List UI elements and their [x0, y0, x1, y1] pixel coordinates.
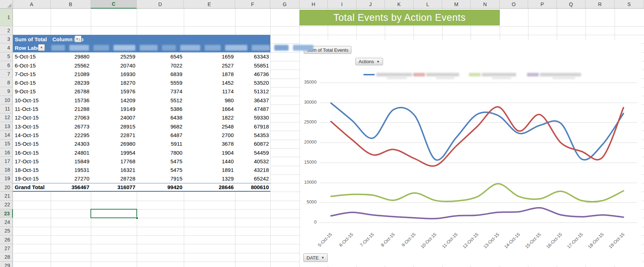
pivot-cell[interactable]: 59330: [235, 113, 270, 122]
column-header-E[interactable]: E: [184, 0, 235, 9]
pivot-cell[interactable]: 6839: [137, 70, 184, 78]
row-header-26[interactable]: 26: [0, 235, 13, 244]
pivot-cell[interactable]: 26980: [91, 140, 137, 148]
row-header-9[interactable]: 9: [0, 87, 13, 96]
column-header-J[interactable]: J: [356, 0, 385, 9]
pivot-cell[interactable]: 18270: [91, 78, 137, 87]
chart-title-banner[interactable]: Total Events by Action Events: [299, 10, 500, 25]
row-header-25[interactable]: 25: [0, 227, 13, 235]
pivot-cell[interactable]: 21288: [51, 104, 91, 113]
row-header-7[interactable]: 7: [0, 70, 13, 78]
pivot-grand-total-cell[interactable]: 316077: [91, 183, 137, 191]
pivot-row-label[interactable]: 18-Oct-15: [13, 165, 51, 174]
pivot-cell[interactable]: 27063: [51, 113, 91, 122]
pivot-cell[interactable]: 29880: [51, 52, 91, 61]
pivot-cell[interactable]: 15976: [91, 87, 137, 96]
column-header-Q[interactable]: Q: [557, 0, 585, 9]
pivot-cell[interactable]: 2527: [184, 61, 235, 70]
column-header-L[interactable]: L: [414, 0, 442, 9]
column-header-A[interactable]: A: [13, 0, 51, 9]
pivot-cell[interactable]: 24801: [51, 148, 91, 157]
pivot-cell[interactable]: 26773: [51, 122, 91, 131]
row-header-11[interactable]: 11: [0, 104, 13, 113]
pivot-cell[interactable]: 5512: [137, 96, 184, 104]
pivot-cell[interactable]: 25259: [91, 52, 137, 61]
pivot-cell[interactable]: 1329: [184, 174, 235, 183]
select-all-corner[interactable]: [0, 0, 13, 9]
pivot-cell[interactable]: 1664: [184, 104, 235, 113]
pivot-cell[interactable]: 67918: [235, 122, 270, 131]
row-header-6[interactable]: 6: [0, 61, 13, 70]
column-header-C[interactable]: C: [91, 0, 137, 9]
pivot-cell[interactable]: 7800: [137, 148, 184, 157]
pivot-cell[interactable]: 60872: [235, 140, 270, 148]
pivot-row-label[interactable]: 19-Oct-15: [13, 174, 51, 183]
pivot-cell[interactable]: 24303: [51, 140, 91, 148]
pivot-cell[interactable]: 5475: [137, 165, 184, 174]
pivot-cell[interactable]: 6438: [137, 113, 184, 122]
pivot-cell[interactable]: 16321: [91, 165, 137, 174]
pivot-cell[interactable]: 7022: [137, 61, 184, 70]
row-header-12[interactable]: 12: [0, 113, 13, 122]
row-header-1[interactable]: 1: [0, 9, 13, 26]
pivot-grand-total-cell[interactable]: 800610: [235, 183, 270, 191]
pivot-cell[interactable]: 6545: [137, 52, 184, 61]
pivot-cell[interactable]: 1891: [184, 165, 235, 174]
column-header-P[interactable]: P: [528, 0, 557, 9]
pivot-cell[interactable]: 21089: [51, 70, 91, 78]
pivot-cell[interactable]: 6487: [137, 131, 184, 139]
pivot-cell[interactable]: 24007: [91, 113, 137, 122]
row-header-29[interactable]: 29: [0, 262, 13, 267]
pivot-row-field-header[interactable]: Row Label: [13, 43, 51, 52]
pivot-cell[interactable]: 15736: [51, 96, 91, 104]
row-header-10[interactable]: 10: [0, 96, 13, 104]
pivot-cell[interactable]: 36437: [235, 96, 270, 104]
pivot-cell[interactable]: 53520: [235, 78, 270, 87]
column-labels-filter-sort-button[interactable]: ▼↓: [75, 36, 81, 42]
pivot-cell[interactable]: 22295: [51, 131, 91, 139]
pivot-cell[interactable]: 2548: [184, 122, 235, 131]
row-header-16[interactable]: 16: [0, 148, 13, 157]
pivot-row-label[interactable]: 17-Oct-15: [13, 157, 51, 165]
pivot-cell[interactable]: 65242: [235, 174, 270, 183]
pivot-row-label[interactable]: 13-Oct-15: [13, 122, 51, 131]
column-header-G[interactable]: G: [270, 0, 299, 9]
pivot-chart[interactable]: Sum of Total Events Actions ▼ 0500010000…: [300, 40, 642, 266]
pivot-cell[interactable]: 25562: [51, 61, 91, 70]
pivot-grand-total-cell[interactable]: 99420: [137, 183, 184, 191]
pivot-cell[interactable]: 5475: [137, 157, 184, 165]
row-header-28[interactable]: 28: [0, 253, 13, 262]
column-header-I[interactable]: I: [328, 0, 356, 9]
pivot-table[interactable]: Sum of TotalColumn Lab▼↓Row Label▼5-Oct-…: [13, 35, 270, 192]
pivot-row-label[interactable]: 14-Oct-15: [13, 131, 51, 139]
column-header-F[interactable]: F: [235, 0, 270, 9]
column-header-K[interactable]: K: [385, 0, 414, 9]
pivot-row-label[interactable]: 5-Oct-15: [13, 52, 51, 61]
row-header-22[interactable]: 22: [0, 201, 13, 209]
pivot-cell[interactable]: 3678: [184, 140, 235, 148]
pivot-cell[interactable]: 9682: [137, 122, 184, 131]
row-header-17[interactable]: 17: [0, 157, 13, 165]
column-header-B[interactable]: B: [51, 0, 91, 9]
row-header-4[interactable]: 4: [0, 43, 13, 52]
row-header-21[interactable]: 21: [0, 192, 13, 200]
pivot-cell[interactable]: 19954: [91, 148, 137, 157]
pivot-cell[interactable]: 20740: [91, 61, 137, 70]
pivot-cell[interactable]: 5559: [137, 78, 184, 87]
pivot-cell[interactable]: 28728: [91, 174, 137, 183]
pivot-row-label[interactable]: 16-Oct-15: [13, 148, 51, 157]
column-header-R[interactable]: R: [585, 0, 615, 9]
pivot-cell[interactable]: 1904: [184, 148, 235, 157]
pivot-row-label[interactable]: 7-Oct-15: [13, 70, 51, 78]
pivot-measure-header[interactable]: Sum of Total: [13, 35, 51, 43]
fill-handle[interactable]: [136, 217, 138, 219]
pivot-cell[interactable]: 27270: [51, 174, 91, 183]
column-header-S[interactable]: S: [615, 0, 644, 9]
row-header-8[interactable]: 8: [0, 79, 13, 87]
axis-field-button[interactable]: DATE ▼: [303, 253, 328, 262]
pivot-grand-total-label[interactable]: Grand Total: [13, 183, 51, 191]
pivot-column-field-header[interactable]: Column Lab: [51, 35, 266, 43]
pivot-cell[interactable]: 55851: [235, 61, 270, 70]
pivot-cell[interactable]: 5386: [137, 104, 184, 113]
pivot-cell[interactable]: 22871: [91, 131, 137, 139]
